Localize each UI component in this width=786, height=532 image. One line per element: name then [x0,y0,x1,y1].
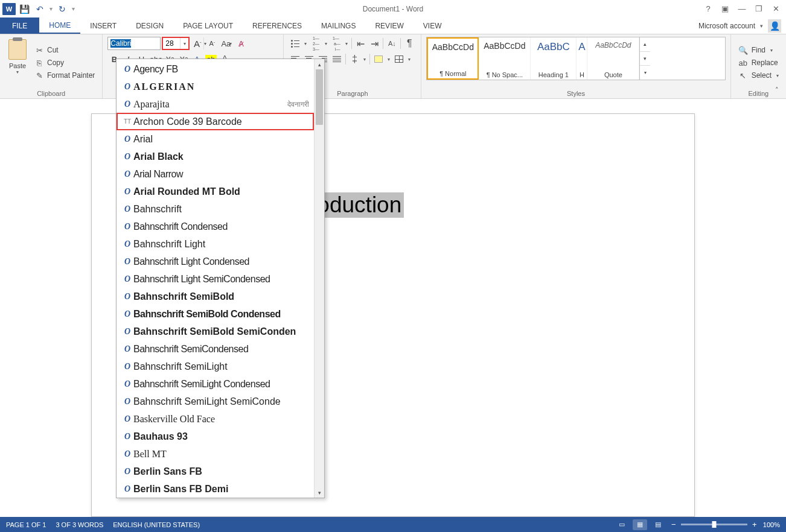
font-list-item[interactable]: OBaskerville Old Face [117,410,314,428]
tab-view[interactable]: VIEW [414,17,452,34]
gallery-up-icon[interactable]: ▴ [640,37,650,52]
restore-icon[interactable]: ❐ [751,3,767,15]
select-button[interactable]: ↖Select▾ [736,70,781,81]
view-print-layout-icon[interactable]: ▦ [633,519,647,530]
style-heading-partial[interactable]: A H [577,37,587,80]
account-chevron-icon[interactable]: ▾ [760,23,763,29]
minimize-icon[interactable]: — [734,3,750,15]
qat-customize-chevron[interactable]: ▾ [72,5,75,12]
status-language[interactable]: ENGLISH (UNITED STATES) [113,521,200,528]
qat-undo-icon[interactable]: ↶ [33,2,47,16]
shading-button[interactable] [372,52,385,66]
font-list-scrollbar[interactable]: ▴ ▾ [314,59,324,498]
tab-mailings[interactable]: MAILINGS [312,17,365,34]
tab-home[interactable]: HOME [39,17,80,34]
copy-button[interactable]: ⎘Copy [33,57,97,69]
qat-undo-chevron[interactable]: ▾ [50,5,53,12]
shading-chevron[interactable]: ▾ [386,57,392,62]
font-list-item[interactable]: OBahnschrift SemiBold SemiConden [117,323,314,340]
justify-button[interactable] [330,52,343,66]
gallery-down-icon[interactable]: ▾ [640,52,650,66]
style-normal[interactable]: AaBbCcDd ¶ Normal [427,37,479,80]
font-list-item[interactable]: OAgency FB [117,60,314,78]
zoom-percent[interactable]: 100% [763,521,780,528]
font-list-item[interactable]: OBahnschrift SemiLight SemiConde [117,393,314,410]
close-icon[interactable]: ✕ [768,3,784,15]
cut-button[interactable]: ✂Cut [33,45,97,56]
view-web-layout-icon[interactable]: ▤ [651,519,665,530]
qat-redo-icon[interactable]: ↻ [55,2,69,16]
ribbon-display-icon[interactable]: ▣ [717,3,733,15]
numbering-chevron[interactable]: ▾ [323,41,329,46]
font-list-item[interactable]: OBerlin Sans FB [117,463,314,480]
replace-button[interactable]: abReplace [736,57,781,69]
font-list-item[interactable]: OBahnschrift Light SemiCondensed [117,270,314,288]
sort-button[interactable]: A↓ [385,37,398,50]
font-list-item[interactable]: OBahnschrift Condensed [117,218,314,235]
font-list-item[interactable]: OBahnschrift SemiBold [117,288,314,305]
font-size-input[interactable] [163,38,180,49]
tab-review[interactable]: REVIEW [365,17,413,34]
tab-page-layout[interactable]: PAGE LAYOUT [173,17,243,34]
grow-font-button[interactable]: Aˆ [191,37,204,50]
font-list-item[interactable]: OAparajitaदेवनागरी [117,95,314,113]
font-list-item[interactable]: OBauhaus 93 [117,428,314,445]
find-chevron-icon[interactable]: ▾ [770,48,773,53]
tab-references[interactable]: REFERENCES [243,17,312,34]
find-button[interactable]: 🔍Find▾ [736,45,781,56]
collapse-ribbon-icon[interactable]: ˄ [772,85,782,95]
font-list-item[interactable]: OArial [117,130,314,148]
zoom-in-button[interactable]: + [750,520,759,530]
format-painter-button[interactable]: ✎Format Painter [33,70,97,81]
avatar-icon[interactable]: 👤 [768,19,781,33]
style-quote[interactable]: AaBbCcDd Quote [587,37,639,80]
font-list-item[interactable]: OALGERIAN [117,78,314,95]
account-label[interactable]: Microsoft account [698,22,755,30]
font-name-combo[interactable]: ▾ [107,37,161,50]
zoom-track[interactable] [681,524,747,525]
multilevel-chevron[interactable]: ▾ [343,41,350,46]
font-list-item[interactable]: OBahnschrift Light Condensed [117,253,314,270]
shrink-font-button[interactable]: Aˇ [205,37,219,50]
scrollbar-track[interactable] [315,69,324,487]
tab-insert[interactable]: INSERT [80,17,126,34]
borders-button[interactable] [392,52,406,66]
style-no-spacing[interactable]: AaBbCcDd ¶ No Spac... [479,37,531,80]
font-list-item[interactable]: OBahnschrift SemiCondensed [117,340,314,358]
line-spacing-chevron[interactable]: ▾ [362,57,368,62]
font-list-item[interactable]: OBahnschrift SemiBold Condensed [117,305,314,323]
view-read-mode-icon[interactable]: ▭ [615,519,629,530]
scrollbar-down-icon[interactable]: ▾ [315,487,324,498]
tab-file[interactable]: FILE [0,17,39,34]
status-page[interactable]: PAGE 1 OF 1 [6,521,46,528]
style-heading-1[interactable]: AaBbC Heading 1 [531,37,577,80]
font-list-item[interactable]: OBell MT [117,445,314,463]
line-spacing-button[interactable]: ‡ [348,52,361,66]
font-list-item[interactable]: OBahnschrift SemiLight Condensed [117,375,314,393]
zoom-out-button[interactable]: − [669,520,679,530]
borders-chevron[interactable]: ▾ [406,57,412,62]
scrollbar-up-icon[interactable]: ▴ [315,59,324,69]
gallery-more-icon[interactable]: ▾ [640,66,650,80]
show-marks-button[interactable]: ¶ [403,37,416,50]
font-list-item[interactable]: OBahnschrift SemiLight [117,358,314,375]
font-list-item[interactable]: OBerlin Sans FB Demi [117,480,314,498]
qat-save-icon[interactable]: 💾 [17,2,31,16]
bullets-button[interactable] [289,37,302,50]
numbering-button[interactable]: 1—2—3— [309,37,322,50]
font-size-combo[interactable]: ▾ [162,37,190,50]
help-icon[interactable]: ? [700,3,716,15]
select-chevron-icon[interactable]: ▾ [776,73,779,78]
font-list-item[interactable]: OArial Narrow [117,165,314,183]
scrollbar-thumb[interactable] [316,69,323,125]
clear-formatting-button[interactable]: A̷ [234,37,248,50]
bullets-chevron[interactable]: ▾ [302,41,308,46]
font-list-item[interactable]: OBahnschrift [117,200,314,218]
paste-chevron-icon[interactable]: ▾ [16,69,19,75]
change-case-button[interactable]: Aa▾ [220,37,233,50]
status-words[interactable]: 3 OF 3 WORDS [56,521,103,528]
increase-indent-button[interactable]: ⇥ [368,37,381,50]
multilevel-button[interactable]: 1— a— i— [330,37,343,50]
font-list-item[interactable]: OArial Black [117,148,314,165]
paste-button[interactable]: Paste ▾ [5,37,30,89]
